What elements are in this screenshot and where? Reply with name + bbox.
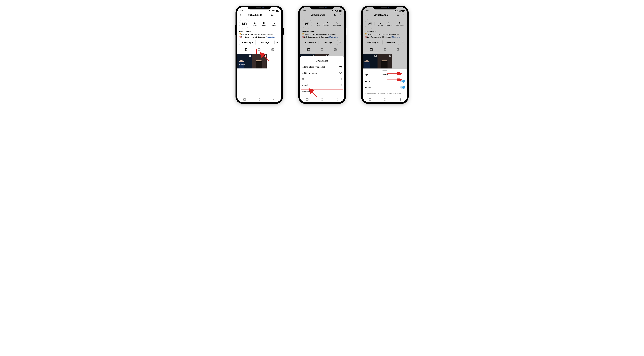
svg-rect-4 [245, 48, 247, 51]
sheet-handle[interactable] [382, 70, 387, 71]
row-unfollow[interactable]: Unfollow [300, 88, 344, 94]
following-button[interactable]: Following [239, 40, 256, 45]
bio-line-1: 🏆Helping YOU Become the Best Version! [239, 33, 280, 36]
nav-recent-icon[interactable] [244, 98, 246, 101]
tab-tagged[interactable] [266, 47, 280, 52]
sheet-title: virtualbanda [300, 60, 344, 64]
nav-home-icon[interactable] [384, 98, 386, 101]
mute-stories-label: Stories [365, 86, 372, 89]
message-button[interactable]: Message [257, 40, 273, 45]
mute-posts-label: Posts [365, 80, 370, 83]
page-title: virtualbanda [241, 14, 269, 17]
row-mute[interactable]: Mute [300, 76, 344, 82]
nav-recent-icon[interactable] [369, 98, 371, 101]
row-restrict[interactable]: Restrict [300, 82, 344, 88]
nav-back-icon[interactable] [336, 98, 338, 101]
hashtag-link[interactable]: #Motivation [266, 36, 275, 38]
phone-step-1: 3:37 363B/s virtualbanda VB [236, 6, 283, 104]
star-icon [339, 72, 342, 74]
stat-posts[interactable]: 2Posts [253, 22, 257, 26]
signal-icon [271, 10, 273, 12]
post-thumbnail[interactable]: LIFE IS SHORT [237, 54, 252, 69]
suggest-users-button[interactable] [274, 40, 280, 45]
reels-icon [264, 55, 266, 57]
avatar[interactable]: VB [239, 19, 249, 29]
posts-grid: LIFE IS SHORT [237, 54, 281, 69]
star-circle-icon [339, 65, 342, 68]
svg-point-2 [278, 16, 278, 16]
svg-point-3 [276, 42, 277, 43]
row-close-friends[interactable]: Add to Close Friends list [300, 64, 344, 70]
signal-icon [268, 10, 270, 12]
reels-icon [249, 55, 251, 57]
data-rate: 363B/s [273, 10, 275, 12]
bio-line-2: 🧠Self Development & Business #Motivation [239, 36, 280, 38]
chevron-right-icon [340, 84, 342, 86]
sheet-handle[interactable] [320, 58, 324, 58]
nav-back-icon[interactable] [399, 98, 400, 101]
sheet-title: Mute [365, 73, 405, 76]
nav-recent-icon[interactable] [306, 98, 308, 101]
stat-followers[interactable]: 47Followe… [260, 22, 268, 26]
battery-icon [276, 10, 279, 12]
chevron-right-icon [340, 78, 342, 80]
following-sheet: virtualbanda Add to Close Friends list A… [300, 56, 344, 102]
post-thumbnail[interactable] [252, 54, 267, 69]
svg-point-7 [272, 49, 273, 50]
android-nav [363, 98, 407, 101]
notifications-icon[interactable] [270, 13, 274, 17]
stat-following[interactable]: 6Following [270, 22, 278, 26]
nav-back-icon[interactable] [273, 98, 275, 101]
svg-point-1 [278, 15, 278, 15]
more-icon[interactable] [276, 13, 280, 17]
mute-sheet: Mute Posts Stories Instagram won't let t… [363, 69, 407, 102]
tab-grid[interactable] [239, 47, 252, 52]
svg-rect-5 [258, 49, 260, 51]
android-nav [300, 98, 344, 101]
notch [248, 6, 271, 10]
toggle-stories[interactable] [400, 86, 405, 89]
notch [373, 6, 397, 10]
row-favorites[interactable]: Add to favorites [300, 70, 344, 76]
tab-reels[interactable] [252, 47, 266, 52]
mute-note: Instagram won't let them know you muted … [363, 90, 407, 94]
phone-step-3: 3:38 494B/s virtualbanda VB 2Posts 47Fol… [361, 6, 409, 104]
svg-point-0 [278, 14, 278, 15]
bio-name: Virtual Banda [239, 30, 280, 33]
android-nav [237, 98, 281, 101]
row-mute-posts: Posts [363, 78, 407, 84]
toggle-posts[interactable] [400, 80, 405, 82]
nav-home-icon[interactable] [258, 98, 260, 101]
notch [310, 6, 334, 10]
nav-home-icon[interactable] [321, 98, 323, 101]
status-time: 3:37 [240, 10, 243, 12]
row-mute-stories: Stories [363, 84, 407, 90]
chevron-down-icon [252, 41, 253, 43]
phone-step-2: 3:37 72B/s virtualbanda VB 2Posts 47Foll… [298, 6, 346, 104]
